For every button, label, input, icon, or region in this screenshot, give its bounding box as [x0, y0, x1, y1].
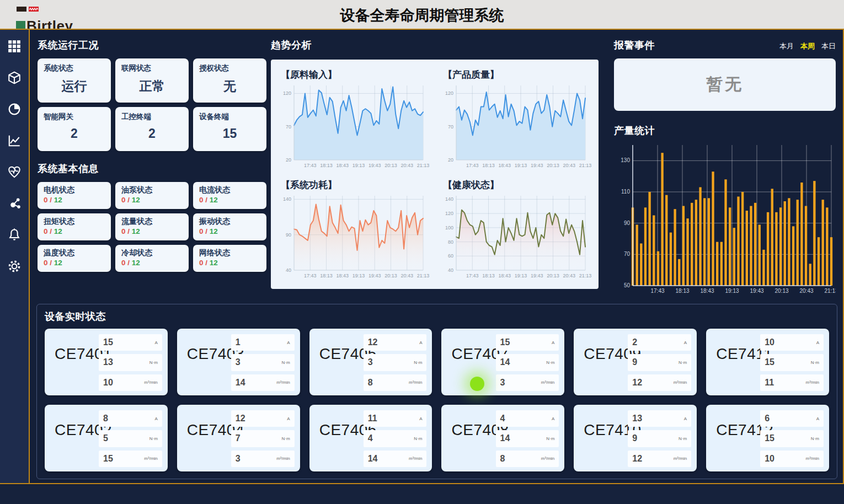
device-value: 13 — [103, 357, 113, 367]
device-card[interactable]: CE7401 15A 13N·m 10m³/min — [45, 329, 168, 395]
svg-text:20:43: 20:43 — [799, 288, 813, 294]
trend-cell-power: 【系统功耗】 409014017:4318:1318:4319:1319:432… — [277, 174, 430, 285]
device-value: 15 — [500, 337, 510, 347]
svg-text:20:43: 20:43 — [400, 273, 413, 278]
trend-title: 趋势分析 — [271, 39, 602, 52]
info-card-label: 网络状态 — [199, 248, 260, 258]
svg-text:40: 40 — [448, 267, 453, 273]
device-card[interactable]: CE7411 10A 15N·m 11m³/min — [706, 329, 829, 395]
device-card[interactable]: CE7405 12A 3N·m 8m³/min — [309, 329, 432, 395]
device-unit: N·m — [679, 436, 687, 441]
device-flow-row: 15m³/min — [99, 451, 162, 467]
alarm-tab[interactable]: 本月 — [779, 41, 794, 51]
info-card-label: 扭矩状态 — [44, 217, 105, 227]
info-card-counts: 0 / 12 — [121, 227, 183, 235]
device-current-row: 13A — [628, 410, 691, 427]
svg-text:17:43: 17:43 — [466, 163, 479, 168]
device-value: 14 — [368, 454, 378, 464]
device-value: 1 — [236, 337, 241, 347]
device-value: 15 — [103, 454, 113, 464]
footer-bar — [0, 485, 844, 504]
pie-chart-icon[interactable] — [7, 101, 22, 117]
device-card[interactable]: CE7408 4A 14N·m 8m³/min — [441, 405, 564, 471]
device-current-row: 2A — [628, 334, 691, 351]
power-chart: 409014017:4318:1318:4319:1319:4320:1320:… — [277, 192, 430, 280]
device-values: 4A 14N·m 8m³/min — [496, 405, 565, 471]
device-unit: N·m — [414, 360, 422, 365]
info-card-label: 流量状态 — [121, 217, 183, 227]
info-card: 网络状态 0 / 12 — [193, 245, 266, 272]
device-current-row: 12A — [231, 410, 295, 427]
device-card[interactable]: CE7402 8A 5N·m 15m³/min — [45, 405, 168, 471]
device-value: 15 — [765, 357, 774, 367]
device-value: 2 — [632, 337, 637, 347]
device-card[interactable]: CE7403 1A 3N·m 14m³/min — [177, 329, 300, 395]
cube-icon[interactable] — [7, 70, 22, 85]
svg-text:50: 50 — [624, 282, 631, 288]
svg-text:20:13: 20:13 — [384, 163, 397, 168]
system-status-grid: 系统状态 运行 联网状态 正常 授权状态 无 智能网关 2 工控终端 2 设备终… — [38, 58, 266, 151]
molecule-icon[interactable] — [7, 196, 22, 211]
raw-material-chart: 207012017:4318:1318:4319:1319:4320:1320:… — [277, 82, 430, 169]
svg-text:17:43: 17:43 — [466, 273, 479, 278]
svg-text:19:13: 19:13 — [352, 163, 365, 168]
alarm-tab[interactable]: 本日 — [821, 41, 836, 51]
device-card[interactable]: CE7412 6A 15N·m 10m³/min — [706, 405, 829, 471]
svg-text:90: 90 — [624, 220, 631, 226]
device-flow-row: 8m³/min — [496, 451, 559, 467]
svg-text:20: 20 — [286, 157, 291, 163]
device-card[interactable]: CE7404 12A 7N·m 3m³/min — [177, 405, 300, 471]
device-current-row: 4A — [496, 410, 559, 427]
line-chart-icon[interactable] — [7, 133, 22, 148]
svg-text:19:43: 19:43 — [531, 273, 543, 278]
device-unit: N·m — [149, 360, 158, 365]
device-torque-row: 5N·m — [99, 430, 162, 447]
grid-icon[interactable] — [7, 39, 22, 54]
device-card[interactable]: CE7410 13A 9N·m 12m³/min — [574, 405, 697, 471]
device-torque-row: 3N·m — [231, 354, 295, 371]
svg-text:17:43: 17:43 — [650, 288, 664, 294]
device-unit: A — [684, 416, 687, 421]
status-card-value: 2 — [44, 126, 105, 141]
svg-text:18:43: 18:43 — [336, 163, 349, 168]
health-pulse-icon[interactable] — [7, 164, 22, 180]
device-unit: N·m — [811, 360, 819, 365]
trend-chart-title: 【健康状态】 — [443, 179, 592, 191]
device-values: 6A 15N·m 10m³/min — [760, 405, 829, 471]
device-value: 12 — [632, 378, 642, 388]
device-value: 8 — [500, 454, 505, 464]
status-card: 系统状态 运行 — [38, 58, 111, 103]
device-unit: m³/min — [276, 456, 290, 461]
device-torque-row: 9N·m — [628, 354, 691, 371]
svg-text:70: 70 — [448, 124, 453, 130]
device-unit: N·m — [282, 436, 290, 441]
device-unit: m³/min — [409, 456, 422, 461]
top-header: Birtley 设备全寿命周期管理系统 — [0, 0, 844, 29]
settings-gear-icon[interactable] — [7, 259, 22, 274]
device-card[interactable]: CE7407 15A 14N·m 3m³/min — [441, 329, 564, 395]
trend-column: 趋势分析 【原料输入】 207012017:4318:1318:4319:131… — [271, 39, 602, 289]
svg-text:19:43: 19:43 — [368, 273, 381, 278]
device-name: CE7409 — [574, 329, 628, 395]
device-name: CE7407 — [441, 329, 495, 395]
svg-text:19:43: 19:43 — [531, 163, 543, 168]
alarm-tab[interactable]: 本周 — [800, 41, 815, 51]
svg-text:120: 120 — [283, 90, 291, 96]
info-card-counts: 0 / 12 — [121, 196, 183, 204]
device-flow-row: 12m³/min — [628, 374, 691, 391]
device-unit: A — [287, 416, 290, 421]
status-card-label: 授权状态 — [199, 63, 260, 73]
device-value: 14 — [236, 378, 245, 388]
svg-text:90: 90 — [286, 232, 291, 238]
svg-text:20:13: 20:13 — [547, 163, 559, 168]
svg-text:19:13: 19:13 — [515, 163, 527, 168]
device-current-row: 15A — [496, 334, 559, 351]
product-quality-chart: 207012017:4318:1318:4319:1319:4320:1320:… — [440, 82, 592, 169]
device-card[interactable]: CE7409 2A 9N·m 12m³/min — [574, 329, 697, 395]
bell-icon[interactable] — [7, 227, 22, 243]
device-unit: m³/min — [541, 380, 554, 385]
status-card-value: 运行 — [44, 78, 105, 95]
devices-grid: CE7401 15A 13N·m 10m³/min CE7403 1A 3N·m… — [45, 329, 829, 471]
status-card: 智能网关 2 — [38, 107, 111, 151]
device-card[interactable]: CE7406 11A 4N·m 14m³/min — [309, 405, 432, 471]
